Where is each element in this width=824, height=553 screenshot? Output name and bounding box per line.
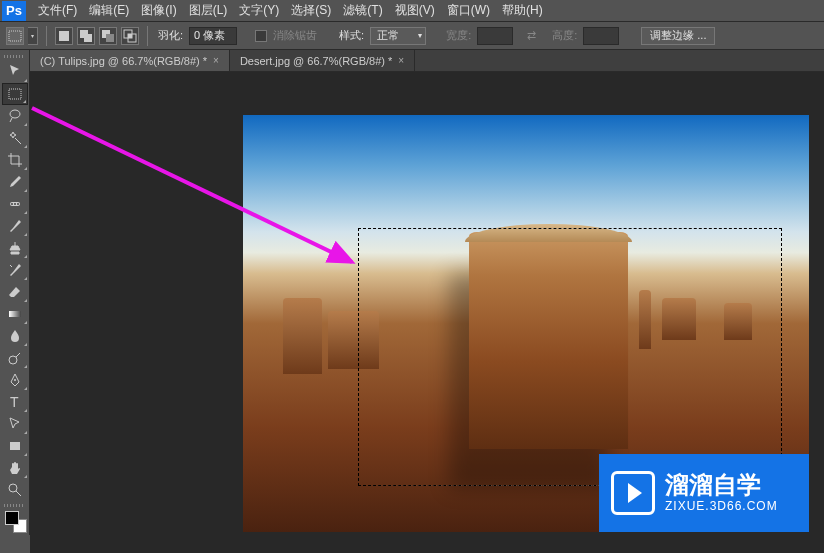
style-label: 样式: bbox=[337, 28, 366, 43]
height-label: 高度: bbox=[550, 28, 579, 43]
type-tool[interactable]: T bbox=[2, 391, 28, 413]
lasso-tool[interactable] bbox=[2, 105, 28, 127]
image-content bbox=[662, 298, 696, 340]
svg-point-15 bbox=[9, 356, 17, 364]
rectangle-tool[interactable] bbox=[2, 435, 28, 457]
tab-desert[interactable]: Desert.jpg @ 66.7%(RGB/8#) * × bbox=[230, 50, 415, 71]
style-value: 正常 bbox=[377, 28, 399, 43]
foreground-color[interactable] bbox=[5, 511, 19, 525]
history-brush-tool[interactable] bbox=[2, 259, 28, 281]
divider bbox=[147, 26, 148, 46]
separator bbox=[4, 504, 25, 507]
antialias-label: 消除锯齿 bbox=[271, 28, 319, 43]
image-content bbox=[724, 303, 752, 341]
image-content bbox=[639, 290, 650, 348]
antialias-checkbox[interactable] bbox=[255, 30, 267, 42]
width-label: 宽度: bbox=[444, 28, 473, 43]
brush-tool[interactable] bbox=[2, 215, 28, 237]
width-input bbox=[477, 27, 513, 45]
selection-new-icon[interactable] bbox=[55, 27, 73, 45]
menu-image[interactable]: 图像(I) bbox=[135, 0, 182, 21]
menu-select[interactable]: 选择(S) bbox=[285, 0, 337, 21]
tab-label: (C) Tulips.jpg @ 66.7%(RGB/8#) * bbox=[40, 55, 207, 67]
swap-icon: ⇄ bbox=[527, 29, 536, 42]
close-icon[interactable]: × bbox=[213, 55, 219, 66]
svg-point-12 bbox=[14, 203, 16, 205]
magic-wand-tool[interactable] bbox=[2, 127, 28, 149]
menu-file[interactable]: 文件(F) bbox=[32, 0, 83, 21]
refine-edge-button[interactable]: 调整边缘 ... bbox=[641, 27, 715, 45]
canvas-area[interactable]: 溜溜自学 ZIXUE.3D66.COM bbox=[30, 72, 824, 553]
watermark-text: 溜溜自学 ZIXUE.3D66.COM bbox=[665, 473, 778, 513]
watermark: 溜溜自学 ZIXUE.3D66.COM bbox=[599, 454, 809, 532]
style-select[interactable]: 正常 bbox=[370, 27, 426, 45]
play-icon bbox=[611, 471, 655, 515]
eraser-tool[interactable] bbox=[2, 281, 28, 303]
svg-rect-18 bbox=[10, 442, 20, 450]
close-icon[interactable]: × bbox=[398, 55, 404, 66]
image-content bbox=[328, 311, 379, 369]
path-select-tool[interactable] bbox=[2, 413, 28, 435]
feather-input[interactable] bbox=[189, 27, 237, 45]
menu-edit[interactable]: 编辑(E) bbox=[83, 0, 135, 21]
watermark-url: ZIXUE.3D66.COM bbox=[665, 499, 778, 513]
image-content bbox=[469, 232, 627, 449]
crop-tool[interactable] bbox=[2, 149, 28, 171]
selection-intersect-icon[interactable] bbox=[121, 27, 139, 45]
hand-tool[interactable] bbox=[2, 457, 28, 479]
color-swatches[interactable] bbox=[5, 511, 27, 533]
feather-label: 羽化: bbox=[156, 28, 185, 43]
selection-add-icon[interactable] bbox=[77, 27, 95, 45]
svg-point-19 bbox=[9, 484, 17, 492]
tab-label: Desert.jpg @ 66.7%(RGB/8#) * bbox=[240, 55, 392, 67]
zoom-tool[interactable] bbox=[2, 479, 28, 501]
menu-help[interactable]: 帮助(H) bbox=[496, 0, 549, 21]
selection-subtract-icon[interactable] bbox=[99, 27, 117, 45]
svg-point-11 bbox=[11, 203, 13, 205]
svg-rect-14 bbox=[9, 311, 21, 317]
grip bbox=[4, 55, 25, 58]
tab-tulips[interactable]: (C) Tulips.jpg @ 66.7%(RGB/8#) * × bbox=[30, 50, 230, 71]
pen-tool[interactable] bbox=[2, 369, 28, 391]
svg-rect-1 bbox=[59, 31, 69, 41]
tool-preset-dropdown[interactable]: ▾ bbox=[28, 27, 38, 45]
tool-bar: T bbox=[0, 50, 30, 535]
spot-heal-tool[interactable] bbox=[2, 193, 28, 215]
document-tabs: (C) Tulips.jpg @ 66.7%(RGB/8#) * × Deser… bbox=[30, 50, 824, 72]
move-tool[interactable] bbox=[2, 61, 28, 83]
clone-stamp-tool[interactable] bbox=[2, 237, 28, 259]
menu-view[interactable]: 视图(V) bbox=[389, 0, 441, 21]
svg-rect-0 bbox=[9, 31, 21, 41]
svg-point-13 bbox=[17, 203, 19, 205]
menu-layer[interactable]: 图层(L) bbox=[183, 0, 234, 21]
svg-rect-9 bbox=[9, 89, 21, 99]
watermark-title: 溜溜自学 bbox=[665, 473, 778, 497]
menu-filter[interactable]: 滤镜(T) bbox=[337, 0, 388, 21]
svg-text:T: T bbox=[10, 394, 19, 410]
gradient-tool[interactable] bbox=[2, 303, 28, 325]
menu-bar: Ps 文件(F) 编辑(E) 图像(I) 图层(L) 文字(Y) 选择(S) 滤… bbox=[0, 0, 824, 22]
divider bbox=[46, 26, 47, 46]
menu-type[interactable]: 文字(Y) bbox=[233, 0, 285, 21]
height-input bbox=[583, 27, 619, 45]
selected-tool-icon[interactable] bbox=[6, 27, 24, 45]
svg-point-16 bbox=[14, 379, 16, 381]
ps-logo: Ps bbox=[2, 1, 26, 21]
options-bar: ▾ 羽化: 消除锯齿 样式: 正常 宽度: ⇄ 高度: 调整边缘 ... bbox=[0, 22, 824, 50]
dodge-tool[interactable] bbox=[2, 347, 28, 369]
image-content bbox=[283, 298, 323, 373]
document-canvas[interactable]: 溜溜自学 ZIXUE.3D66.COM bbox=[243, 115, 809, 532]
menu-window[interactable]: 窗口(W) bbox=[441, 0, 496, 21]
marquee-tool[interactable] bbox=[2, 83, 28, 105]
eyedropper-tool[interactable] bbox=[2, 171, 28, 193]
svg-rect-5 bbox=[106, 34, 114, 42]
blur-tool[interactable] bbox=[2, 325, 28, 347]
svg-rect-3 bbox=[84, 34, 92, 42]
svg-rect-8 bbox=[128, 34, 132, 38]
